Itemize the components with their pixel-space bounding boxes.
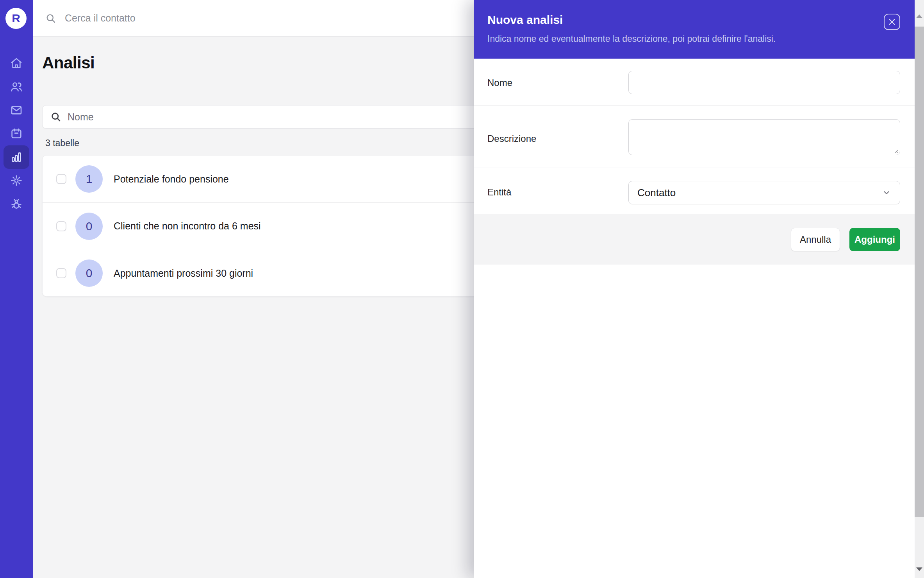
calendar-icon [10, 127, 23, 140]
chevron-down-icon [882, 188, 891, 197]
name-label: Nome [487, 77, 512, 88]
panel-footer: Annulla Aggiungi [474, 214, 915, 265]
bug-icon [10, 198, 23, 210]
sidebar: R [0, 0, 33, 578]
table-count: 3 tabelle [45, 138, 79, 149]
entity-label: Entità [487, 187, 511, 198]
count-badge: 1 [75, 165, 103, 193]
cancel-button[interactable]: Annulla [791, 228, 840, 251]
contacts-icon [10, 81, 23, 93]
sidebar-item-contacts[interactable] [4, 75, 29, 98]
scroll-down-arrow[interactable] [915, 563, 924, 575]
triangle-up-icon [916, 14, 922, 18]
name-input[interactable] [628, 71, 900, 94]
entity-field-row: Entità Contatto [474, 168, 915, 214]
scroll-up-arrow[interactable] [915, 10, 924, 22]
mail-icon [10, 104, 23, 116]
page-title: Analisi [42, 54, 95, 72]
search-input[interactable] [65, 13, 338, 24]
panel-title: Nuova analisi [487, 13, 915, 27]
entity-select-value: Contatto [637, 187, 676, 199]
description-label: Descrizione [487, 133, 536, 144]
name-field-row: Nome [474, 59, 915, 106]
panel-header: Nuova analisi Indica nome ed eventualmen… [474, 0, 915, 59]
submit-button[interactable]: Aggiungi [849, 228, 900, 251]
row-checkbox[interactable] [56, 221, 66, 231]
app-logo-letter: R [12, 12, 20, 25]
close-button[interactable] [884, 14, 900, 30]
row-label: Clienti che non incontro da 6 mesi [114, 220, 261, 232]
gear-icon [10, 174, 23, 187]
count-badge: 0 [75, 213, 103, 240]
close-icon [887, 17, 897, 27]
vertical-scrollbar[interactable] [915, 0, 924, 578]
sidebar-item-calendar[interactable] [4, 122, 29, 145]
sidebar-item-bug[interactable] [4, 192, 29, 216]
row-checkbox[interactable] [56, 174, 66, 184]
scrollbar-thumb[interactable] [915, 27, 924, 517]
row-checkbox[interactable] [56, 268, 66, 278]
sidebar-item-mail[interactable] [4, 98, 29, 122]
row-label: Potenziale fondo pensione [114, 174, 229, 185]
entity-select[interactable]: Contatto [628, 181, 900, 204]
sidebar-item-settings[interactable] [4, 169, 29, 192]
description-textarea[interactable] [628, 119, 900, 155]
home-icon [10, 57, 23, 70]
panel-subtitle: Indica nome ed eventualmente la descrizi… [487, 34, 915, 44]
app-logo[interactable]: R [5, 8, 27, 29]
new-analysis-panel: Nuova analisi Indica nome ed eventualmen… [474, 0, 915, 578]
description-field-row: Descrizione [474, 106, 915, 168]
count-badge: 0 [75, 259, 103, 287]
sidebar-nav [0, 52, 33, 216]
row-label: Appuntamenti prossimi 30 giorni [114, 268, 253, 279]
search-icon [45, 13, 56, 24]
bar-chart-icon [10, 151, 23, 163]
sidebar-item-analytics[interactable] [4, 145, 29, 169]
sidebar-item-home[interactable] [4, 52, 29, 75]
filter-input[interactable] [68, 111, 419, 123]
triangle-down-icon [916, 567, 922, 571]
filter-search-icon [50, 111, 61, 122]
